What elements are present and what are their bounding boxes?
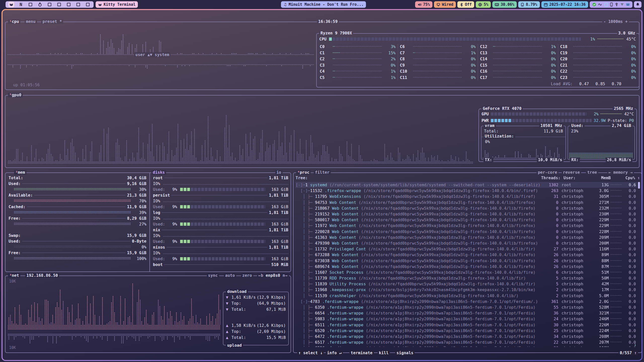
net-interface-switcher[interactable]: ←b enp8s0 n→ bbox=[257, 273, 289, 278]
proc-panel-title[interactable]: ⁴proc bbox=[296, 170, 311, 175]
disks-title[interactable]: disks bbox=[151, 170, 166, 175]
bluetooth-pill[interactable]: Off bbox=[457, 1, 474, 8]
tray-key-icon[interactable] bbox=[615, 3, 618, 7]
process-row[interactable]: │ ├─ 11732 Privileged Cont (/nix/store/f… bbox=[296, 246, 637, 252]
workspace-9-icon[interactable] bbox=[86, 2, 90, 7]
process-row[interactable]: [-]─11532 .firefox-wrappe (/nix/store/fq… bbox=[296, 188, 637, 194]
update-interval-control[interactable]: - 1000ms + bbox=[602, 19, 629, 24]
proc-tree-toggle[interactable]: tree bbox=[586, 170, 598, 175]
process-row[interactable]: │ ├─ 6350 .ferdium-wrappe (/nix/store/a1… bbox=[296, 304, 637, 310]
volume-pill[interactable]: 75% bbox=[415, 1, 432, 8]
process-row[interactable]: │ ├─ 94753 Web Content (/nix/store/fqadd… bbox=[296, 200, 637, 205]
preset-button[interactable]: preset * bbox=[41, 19, 63, 24]
process-row[interactable]: │ └─ 11539 crashhelper (/nix/store/fqadd… bbox=[296, 293, 637, 299]
proc-scrollbar-thumb[interactable] bbox=[638, 182, 640, 189]
process-row[interactable]: │ ├─ 11607 Socket Process (/nix/store/fq… bbox=[296, 269, 637, 275]
workspace-6-icon[interactable] bbox=[57, 2, 61, 7]
mem-panel-title[interactable]: ²mem bbox=[14, 170, 26, 175]
proc-sort-selector[interactable]: ← memory → bbox=[607, 170, 634, 175]
tray-check-circle-icon[interactable] bbox=[592, 3, 596, 7]
process-row[interactable]: │ ├─ 6654 .ferdium-wrappe (/nix/store/a1… bbox=[296, 310, 637, 316]
process-row[interactable]: │ ├─ 220028 Web Content (/nix/store/fqad… bbox=[296, 229, 637, 235]
menu-button[interactable]: menu bbox=[25, 19, 37, 24]
proc-terminate-key[interactable]: terminate bbox=[349, 351, 374, 355]
core-row: C60% bbox=[400, 44, 476, 50]
scroll-down-indicator[interactable]: ↓ bbox=[634, 342, 636, 347]
process-row[interactable]: │ ├─ 673288 Web Content (/nix/store/fqad… bbox=[296, 252, 637, 258]
net-zero-toggle[interactable]: zero bbox=[241, 273, 253, 278]
process-row[interactable]: │ ├─ 41363 Web Content (/nix/store/fqadd… bbox=[296, 235, 637, 240]
process-row[interactable]: │ ├─ 6511 .ferdium-wrappe (/nix/store/a1… bbox=[296, 322, 637, 328]
process-row[interactable]: │ ├─ 689674 Web Content (/nix/store/fqad… bbox=[296, 264, 637, 269]
disk-usage-pill[interactable]: 8.79% bbox=[518, 1, 540, 8]
system-tray[interactable] bbox=[590, 1, 632, 8]
network-pill[interactable]: Wired bbox=[434, 1, 456, 8]
col-user[interactable]: User: bbox=[560, 175, 594, 180]
process-row[interactable]: │ ├─ 580017 Web Content (/nix/store/fqad… bbox=[296, 217, 637, 223]
process-list[interactable]: [-]─1 systemd (/run/current-system/syste… bbox=[296, 182, 637, 347]
process-row[interactable]: │ ├─ 5983 .ferdium-wrappe (/nix/store/a1… bbox=[296, 316, 637, 322]
tray-shield-icon[interactable] bbox=[620, 3, 624, 6]
vram-total: 11,9 GiB bbox=[544, 128, 563, 134]
cpu-frequency: 3.0 GHz bbox=[617, 31, 636, 35]
now-playing-pill[interactable]: ♫ Minuit Machine - Don't Run Fro... bbox=[281, 1, 366, 8]
disks-io-toggle[interactable]: io bbox=[275, 170, 283, 175]
datetime-pill[interactable]: 2025-07-22 16:36 bbox=[541, 1, 588, 8]
workspace-5-icon[interactable] bbox=[47, 2, 52, 7]
process-row[interactable]: │ ├─ 6517 .ferdium-wrappe (/nix/store/a1… bbox=[296, 339, 637, 345]
col-threads[interactable]: Threads: bbox=[539, 175, 560, 180]
process-row[interactable]: │ ├─ 673038 Web Content (/nix/store/fqad… bbox=[296, 258, 637, 263]
workspace-7-icon[interactable] bbox=[66, 2, 71, 7]
disk-name-row: persist1,81 TiB bbox=[153, 192, 288, 198]
cpu-usage-pill[interactable]: 5% bbox=[476, 1, 491, 8]
net-panel-title[interactable]: ³net bbox=[8, 273, 20, 278]
vram-title: vram bbox=[484, 123, 496, 128]
proc-filter-button[interactable]: filter bbox=[314, 170, 331, 175]
workspace-4-flame-icon[interactable] bbox=[38, 2, 42, 7]
process-row[interactable]: │ ├─ 11968 .keepassxc-prox (/nix/store/b… bbox=[296, 287, 637, 293]
workspace-switcher[interactable]: N bbox=[6, 1, 94, 8]
process-row[interactable]: [-]─4783 .ferdium-wrappe (/nix/store/a1p… bbox=[296, 299, 637, 304]
mem-stat-label-row: Free:8,29 GiB bbox=[9, 215, 146, 221]
proc-info-key[interactable]: info ↵ bbox=[326, 351, 343, 355]
process-row[interactable]: │ ├─ 11839 Utility Process (/nix/store/f… bbox=[296, 281, 637, 287]
process-row[interactable]: │ ├─ 6520 .ferdium-wrappe (/nix/store/a1… bbox=[296, 328, 637, 334]
process-row[interactable]: │ ├─ 11739 RDD Process (/nix/store/fqadd… bbox=[296, 275, 637, 281]
proc-select-keys[interactable]: ↑ select ↓ bbox=[297, 351, 324, 355]
process-row[interactable]: │ ├─ 479390 Web Content (/nix/store/fqad… bbox=[296, 240, 637, 246]
process-row[interactable]: │ ├─ 6472 .ferdium-wrappe (/nix/store/a1… bbox=[296, 334, 637, 339]
workspace-1-cat-icon[interactable] bbox=[9, 2, 14, 7]
process-row[interactable]: [-]─1 systemd (/run/current-system/syste… bbox=[296, 182, 637, 188]
proc-per-core-toggle[interactable]: per-core bbox=[537, 170, 558, 175]
disk-io-row: IO% bbox=[153, 233, 288, 239]
memory-usage-pill[interactable]: 30.06% bbox=[492, 1, 517, 8]
core-row: C121% bbox=[480, 44, 556, 50]
tray-keyboard-icon[interactable] bbox=[626, 3, 630, 6]
process-row[interactable]: │ ├─ 11795 WebExtensions (/nix/store/fqa… bbox=[296, 194, 637, 199]
tray-phone-icon[interactable] bbox=[610, 3, 613, 7]
proc-reverse-toggle[interactable]: reverse bbox=[562, 170, 581, 175]
process-row[interactable]: │ ├─ 219152 Web Content (/nix/store/fqad… bbox=[296, 211, 637, 217]
workspace-3-icon[interactable] bbox=[28, 2, 33, 7]
net-auto-toggle[interactable]: auto bbox=[224, 273, 236, 278]
gpu-panel-title[interactable]: ⁵gpu0 bbox=[8, 93, 23, 97]
proc-signals-key[interactable]: signals bbox=[395, 351, 415, 355]
process-row[interactable]: │ ├─ 6536 .ferdium-wrappe (/nix/store/a1… bbox=[296, 345, 637, 347]
col-cpu[interactable]: Cpu% ↑ bbox=[625, 175, 639, 180]
col-memory[interactable]: MemB bbox=[594, 175, 611, 180]
col-tree[interactable]: Tree: bbox=[296, 175, 539, 180]
music-note-icon: ♫ bbox=[284, 2, 287, 7]
proc-kill-key[interactable]: kill bbox=[378, 351, 390, 355]
proc-scrollbar[interactable] bbox=[638, 182, 640, 345]
tray-squiggle-icon[interactable] bbox=[598, 3, 602, 6]
workspace-2-nix-icon[interactable]: N bbox=[19, 2, 23, 7]
process-row[interactable]: │ ├─ 11972 Web Content (/nix/store/fqadd… bbox=[296, 223, 637, 229]
net-sync-toggle[interactable]: sync bbox=[207, 273, 219, 278]
notifications-pill[interactable] bbox=[634, 1, 641, 8]
workspace-8-icon[interactable] bbox=[76, 2, 80, 7]
cpu-panel-title[interactable]: ¹cpu bbox=[8, 19, 20, 24]
tray-window-icon[interactable] bbox=[604, 3, 608, 7]
window-title-pill[interactable]: Kitty Terminal bbox=[96, 1, 138, 8]
process-row[interactable]: │ ├─ 218067 Web Content (/nix/store/fqad… bbox=[296, 205, 637, 211]
top-status-bar: N Kitty Terminal ♫ Minuit Machine - Don'… bbox=[6, 1, 641, 8]
